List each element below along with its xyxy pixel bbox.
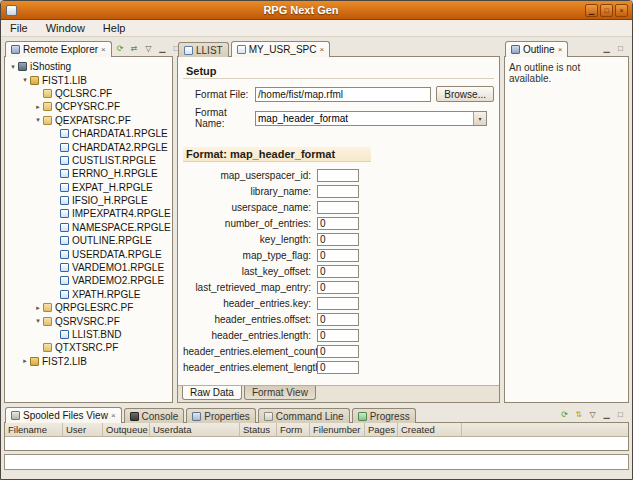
field-input[interactable] [317,169,359,182]
refresh-icon[interactable]: ⟳ [114,42,127,55]
tree-item[interactable]: LLIST.BND [5,328,172,341]
chevron-down-icon[interactable]: ▾ [473,112,486,125]
remote-explorer-panel: Remote Explorer × ⟳ ⇄ ▽ ▁ □ [4,39,173,403]
view-menu-icon[interactable]: ▽ [586,408,599,421]
maximize-view-icon[interactable]: □ [614,408,627,421]
tree-twisty-icon[interactable] [33,317,43,325]
tree-item[interactable]: NAMESPACE.RPGLE [5,221,172,234]
tab-remote-explorer[interactable]: Remote Explorer × [5,41,112,57]
minimize-view-icon[interactable]: ▁ [600,408,613,421]
tree-item[interactable]: QRPGLESRC.PF [5,301,172,314]
tree-twisty-icon[interactable] [33,116,43,124]
minimize-button[interactable]: ▁ [585,4,598,17]
tree-twisty-icon[interactable] [8,63,18,71]
tree-item[interactable]: CHARDATA2.RPGLE [5,140,172,153]
tree-twisty-icon[interactable] [33,103,43,111]
tree-twisty-icon[interactable] [20,357,30,365]
tree-item[interactable]: VARDEMO2.RPGLE [5,274,172,287]
field-input[interactable] [317,201,359,214]
tree-item[interactable]: QSRVSRC.PF [5,314,172,327]
field-input[interactable] [317,345,359,358]
tree-twisty-icon[interactable] [33,304,43,312]
view-tab[interactable]: Command Line [258,408,350,423]
tree-item[interactable]: FIST1.LIB [5,73,172,86]
browse-button[interactable]: Browse... [436,86,494,102]
field-input[interactable] [317,185,359,198]
tree-item[interactable]: EXPAT_H.RPGLE [5,181,172,194]
tree-twisty-icon[interactable] [20,76,30,84]
tree-item[interactable]: XPATH.RPGLE [5,288,172,301]
format-name-select[interactable]: map_header_format ▾ [255,111,487,126]
close-icon[interactable]: × [558,46,563,54]
field-label: last_retrieved_map_entry: [183,282,311,293]
minimize-view-icon[interactable]: ▁ [156,42,169,55]
column-header[interactable]: Created [398,423,462,436]
minimize-view-icon[interactable]: ▁ [600,42,613,55]
field-input[interactable] [317,233,359,246]
column-header[interactable]: Userdata [150,423,240,436]
tree-item[interactable]: VARDEMO1.RPGLE [5,261,172,274]
link-editor-icon[interactable]: ⇄ [128,42,141,55]
tree-item[interactable]: CHARDATA1.RPGLE [5,127,172,140]
menu-item[interactable]: File [1,21,37,35]
column-header[interactable]: Pages [365,423,398,436]
view-tab-icon [264,412,273,421]
tree-item[interactable]: QEXPATSRC.PF [5,114,172,127]
scroll-pin-icon[interactable]: ⇅ [572,408,585,421]
column-header[interactable]: Filename [5,423,63,436]
field-input[interactable] [317,297,359,310]
field-input[interactable] [317,361,359,374]
format-file-input[interactable] [255,87,431,102]
tree-item[interactable]: QTXTSRC.PF [5,341,172,354]
explorer-body: iShosting FIST1.LIB QCLSRC.PF [4,56,173,403]
tree-item[interactable]: OUTLINE.RPGLE [5,234,172,247]
tab-close-icon[interactable]: × [111,412,116,420]
refresh-icon[interactable]: ⟳ [558,408,571,421]
tree-item[interactable]: USERDATA.RPGLE [5,247,172,260]
tree-item[interactable]: FIST2.LIB [5,355,172,368]
field-input[interactable] [317,249,359,262]
tree-item[interactable]: IMPEXPATR4.RPGLE [5,207,172,220]
format-field-row: header_entries.key: [183,297,494,310]
tree-item[interactable]: CUSTLIST.RPGLE [5,154,172,167]
field-input[interactable] [317,329,359,342]
field-input[interactable] [317,281,359,294]
menu-item[interactable]: Window [37,21,94,35]
field-input[interactable] [317,265,359,278]
tree-item[interactable]: iShosting [5,60,172,73]
maximize-button[interactable]: □ [600,4,613,17]
close-icon[interactable]: × [101,46,106,54]
view-tab[interactable]: Properties [186,408,256,423]
tree-node-icon [43,102,52,111]
column-header[interactable]: User [63,423,103,436]
tree-item[interactable]: QCLSRC.PF [5,87,172,100]
maximize-view-icon[interactable]: □ [614,42,627,55]
editor-page-tab[interactable]: Raw Data [182,386,242,400]
column-header[interactable]: Form [277,423,310,436]
field-input[interactable] [317,217,359,230]
field-input[interactable] [317,313,359,326]
bottom-toolbar: ⟳ ⇅ ▽ ▁ □ [558,408,629,423]
tree-item[interactable]: ERRNO_H.RPGLE [5,167,172,180]
column-header[interactable]: Status [240,423,277,436]
editor-tab[interactable]: LLIST [178,42,229,57]
editor-tab[interactable]: MY_USR_SPC × [231,41,330,57]
outline-tabrow: Outline × ▁ □ [504,39,629,57]
tree-item[interactable]: IFSIO_H.RPGLE [5,194,172,207]
editor-tab-label: LLIST [196,45,223,56]
tree-node-icon [30,76,39,85]
tab-close-icon[interactable]: × [320,46,325,54]
field-label: header_entries.length: [183,330,311,341]
bottom-tabs: Spooled Files View × Console Properties [5,407,418,423]
menu-item[interactable]: Help [94,21,135,35]
tab-outline[interactable]: Outline × [505,41,568,57]
view-tab[interactable]: Spooled Files View × [5,407,122,423]
view-menu-icon[interactable]: ▽ [142,42,155,55]
close-button[interactable]: × [615,4,628,17]
column-header[interactable]: Outqueue [103,423,150,436]
column-header[interactable]: Filenumber [310,423,365,436]
view-tab[interactable]: Console [124,408,185,423]
tree-item[interactable]: QCPYSRC.PF [5,100,172,113]
view-tab[interactable]: Progress [352,408,416,423]
editor-page-tab[interactable]: Format View [244,386,316,400]
